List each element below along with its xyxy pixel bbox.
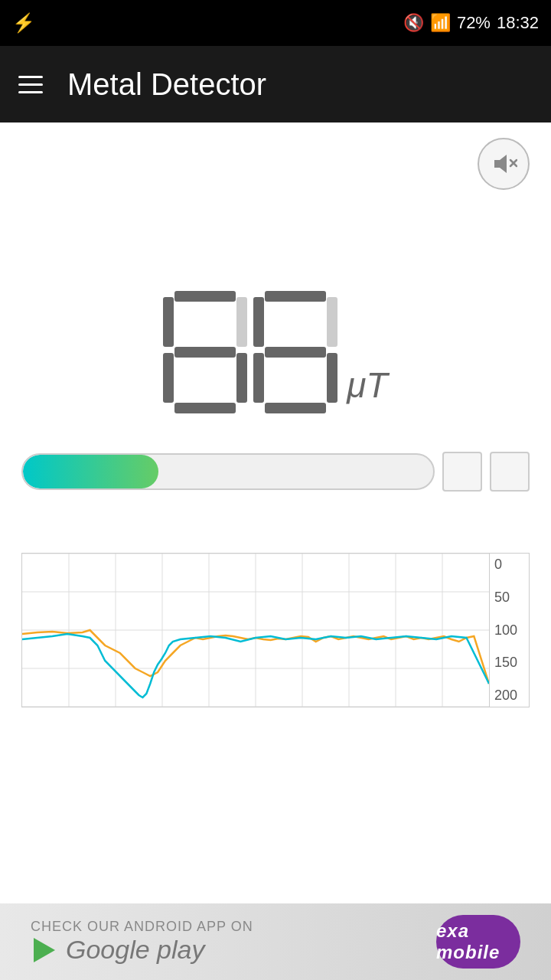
usb-icon: ⚡ <box>12 12 35 34</box>
chart-container: 200 150 100 50 0 <box>21 553 530 707</box>
battery-level: 72% <box>457 13 491 33</box>
signal-icon: 📶 <box>430 13 451 33</box>
unit-label: μT <box>347 364 387 413</box>
mute-status-icon: 🔇 <box>403 13 424 33</box>
progress-btn-1[interactable] <box>442 452 482 492</box>
menu-button[interactable] <box>18 76 43 93</box>
ad-left: CHECK OUR ANDROID APP ON Google play <box>31 919 253 965</box>
progress-btn-2[interactable] <box>490 452 530 492</box>
reading-display: μT <box>0 122 551 429</box>
main-content: μT <box>0 122 551 707</box>
ad-check-text: CHECK OUR ANDROID APP ON <box>31 919 253 935</box>
chart-svg-wrap <box>22 554 489 707</box>
status-bar: ⚡ 🔇 📶 72% 18:32 <box>0 0 551 46</box>
time-display: 18:32 <box>497 13 539 33</box>
top-bar: Metal Detector <box>0 46 551 122</box>
progress-area <box>0 436 551 507</box>
svg-marker-16 <box>34 938 55 962</box>
y-label-150: 150 <box>494 655 524 671</box>
chart-y-axis: 200 150 100 50 0 <box>489 554 529 707</box>
y-label-100: 100 <box>494 622 524 639</box>
google-play-text: Google play <box>66 935 204 965</box>
digit-group <box>163 291 337 413</box>
exa-badge: exa mobile <box>436 915 520 969</box>
app-title: Metal Detector <box>67 67 266 102</box>
ad-banner[interactable]: CHECK OUR ANDROID APP ON Google play exa… <box>0 903 551 980</box>
mute-button[interactable] <box>478 138 530 190</box>
play-store-icon <box>31 936 58 964</box>
mute-icon <box>490 150 517 178</box>
y-label-0: 0 <box>494 557 524 573</box>
digit-1 <box>163 291 247 413</box>
digit-2 <box>253 291 337 413</box>
progress-track <box>21 453 435 490</box>
chart-area: 200 150 100 50 0 <box>21 553 530 707</box>
exa-brand-text: exa mobile <box>436 920 520 963</box>
chart-svg <box>22 554 489 707</box>
ad-google-play: Google play <box>31 935 204 965</box>
y-label-50: 50 <box>494 590 524 606</box>
progress-fill <box>23 455 158 488</box>
y-label-200: 200 <box>494 688 524 704</box>
